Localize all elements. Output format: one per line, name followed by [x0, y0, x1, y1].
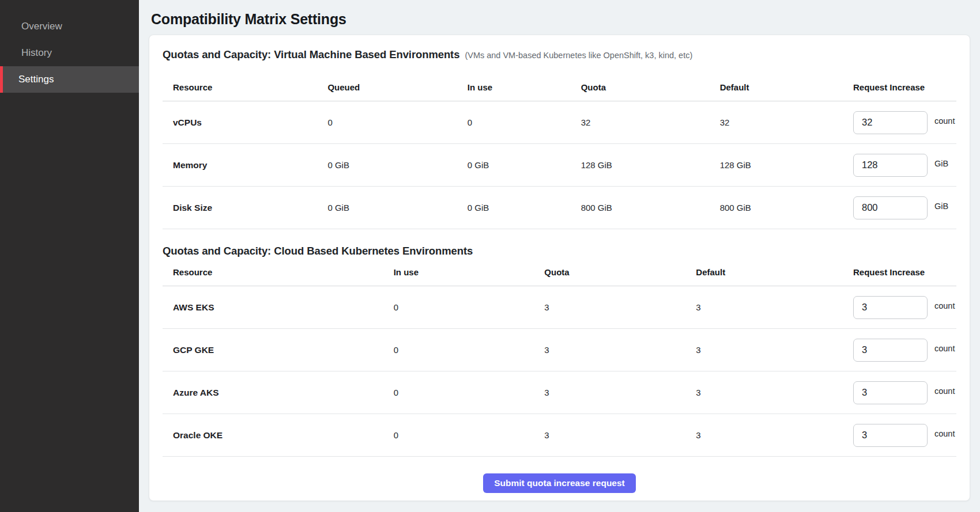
unit-label: GiB	[934, 202, 948, 211]
cell-default: 32	[720, 117, 853, 127]
cell-quota: 3	[544, 388, 696, 397]
column-header-default: Default	[720, 82, 853, 92]
vm-table-header: Resource Queued In use Quota Default Req…	[163, 77, 956, 101]
cell-request-increase: GiB	[853, 196, 956, 219]
request-increase-input[interactable]	[853, 424, 928, 447]
page-title: Compatibility Matrix Settings	[151, 9, 980, 29]
table-row: Azure AKS 0 3 3 count	[163, 371, 956, 414]
cloud-table-header: Resource In use Quota Default Request In…	[163, 261, 956, 286]
cell-in-use: 0	[468, 117, 581, 127]
cloud-section-title: Quotas and Capacity: Cloud Based Kuberne…	[163, 244, 473, 258]
cell-resource: AWS EKS	[163, 302, 394, 313]
column-header-request-increase: Request Increase	[853, 82, 956, 92]
vm-section-subtitle: (VMs and VM-based Kubernetes like OpenSh…	[465, 51, 692, 60]
cell-request-increase: count	[853, 296, 956, 319]
request-increase-input[interactable]	[853, 196, 928, 219]
cell-request-increase: count	[853, 381, 956, 404]
column-header-in-use: In use	[468, 82, 581, 92]
quotas-card: Quotas and Capacity: Virtual Machine Bas…	[149, 35, 970, 501]
request-increase-input[interactable]	[853, 111, 928, 134]
table-row: Memory 0 GiB 0 GiB 128 GiB 128 GiB GiB	[163, 144, 956, 187]
sidebar-item-history[interactable]: History	[0, 40, 139, 66]
cell-default: 128 GiB	[720, 160, 853, 170]
column-header-default: Default	[696, 267, 853, 277]
cell-quota: 3	[544, 302, 696, 312]
table-row: Oracle OKE 0 3 3 count	[163, 414, 956, 457]
column-header-quota: Quota	[581, 82, 720, 92]
cell-in-use: 0	[394, 388, 545, 397]
cell-in-use: 0	[394, 345, 545, 355]
cell-quota: 32	[581, 117, 720, 127]
cell-in-use: 0 GiB	[468, 203, 581, 213]
unit-label: count	[934, 344, 955, 353]
column-header-in-use: In use	[394, 267, 545, 277]
cell-in-use: 0 GiB	[468, 160, 581, 170]
cell-request-increase: count	[853, 424, 956, 447]
cell-resource: Memory	[163, 160, 327, 170]
cell-quota: 3	[544, 430, 696, 440]
cell-default: 3	[696, 430, 853, 440]
cell-in-use: 0	[394, 302, 545, 312]
column-header-resource: Resource	[163, 82, 327, 92]
cell-resource: Azure AKS	[163, 388, 394, 398]
vm-section-title: Quotas and Capacity: Virtual Machine Bas…	[163, 48, 459, 62]
column-header-queued: Queued	[327, 82, 467, 92]
sidebar: Overview History Settings	[0, 0, 139, 512]
request-increase-input[interactable]	[853, 296, 928, 319]
request-increase-input[interactable]	[853, 381, 928, 404]
column-header-quota: Quota	[544, 267, 696, 277]
main-content: Compatibility Matrix Settings Quotas and…	[139, 0, 980, 512]
cell-resource: Oracle OKE	[163, 430, 394, 441]
cell-queued: 0 GiB	[327, 160, 467, 170]
vm-table-body: vCPUs 0 0 32 32 count Memory 0 GiB 0 GiB…	[163, 101, 956, 229]
request-increase-input[interactable]	[853, 339, 928, 362]
request-increase-input[interactable]	[853, 154, 928, 177]
cell-default: 3	[696, 345, 853, 355]
unit-label: count	[934, 301, 955, 310]
cell-queued: 0 GiB	[327, 203, 467, 213]
cell-resource: Disk Size	[163, 203, 327, 213]
cell-in-use: 0	[394, 430, 545, 440]
submit-button-row: Submit quota increase request	[163, 473, 956, 493]
cell-resource: vCPUs	[163, 117, 327, 128]
cell-quota: 128 GiB	[581, 160, 720, 170]
cell-quota: 3	[544, 345, 696, 355]
cell-request-increase: count	[853, 339, 956, 362]
cell-request-increase: count	[853, 111, 956, 134]
table-row: vCPUs 0 0 32 32 count	[163, 101, 956, 144]
cell-quota: 800 GiB	[581, 203, 720, 213]
sidebar-item-overview[interactable]: Overview	[0, 13, 139, 40]
table-row: AWS EKS 0 3 3 count	[163, 286, 956, 329]
sidebar-item-settings[interactable]: Settings	[0, 66, 139, 93]
cell-default: 3	[696, 388, 853, 397]
submit-quota-increase-button[interactable]: Submit quota increase request	[483, 473, 636, 493]
unit-label: count	[934, 386, 955, 396]
vm-section-header: Quotas and Capacity: Virtual Machine Bas…	[163, 48, 956, 62]
table-row: GCP GKE 0 3 3 count	[163, 329, 956, 371]
cell-resource: GCP GKE	[163, 345, 394, 355]
cell-request-increase: GiB	[853, 154, 956, 177]
cloud-section-header: Quotas and Capacity: Cloud Based Kuberne…	[163, 229, 956, 258]
unit-label: GiB	[934, 159, 948, 168]
cell-default: 800 GiB	[720, 203, 853, 213]
column-header-resource: Resource	[163, 267, 394, 277]
cloud-table-body: AWS EKS 0 3 3 count GCP GKE 0 3 3 count …	[163, 286, 956, 457]
unit-label: count	[934, 429, 955, 438]
cell-default: 3	[696, 302, 853, 312]
unit-label: count	[934, 116, 955, 126]
table-row: Disk Size 0 GiB 0 GiB 800 GiB 800 GiB Gi…	[163, 187, 956, 229]
column-header-request-increase: Request Increase	[853, 267, 956, 277]
cell-queued: 0	[327, 117, 467, 127]
